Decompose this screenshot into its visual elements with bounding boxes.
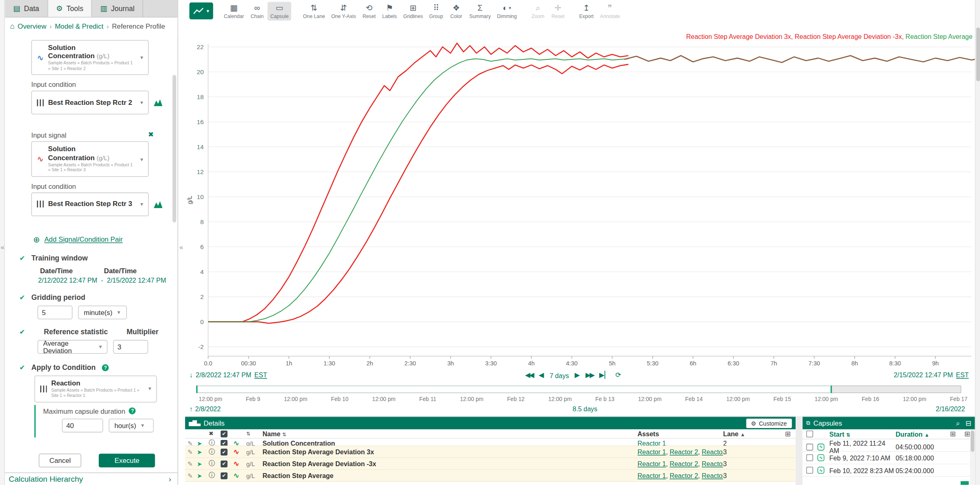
edit-icon[interactable]: ✎ <box>188 472 197 479</box>
timezone-link[interactable]: EST <box>254 371 267 378</box>
asset-link[interactable]: Reactor 3 <box>702 472 723 479</box>
trend-chart[interactable]: -202468101214161820220.000:301h1:302h2:3… <box>185 25 975 371</box>
panel-scrollbar[interactable] <box>172 75 176 222</box>
sort-icon[interactable]: ⇅ <box>282 432 286 437</box>
timeline-start-date[interactable]: ↑ 2/8/2022 <box>189 405 220 412</box>
send-icon[interactable]: ➤ <box>197 472 209 479</box>
duration-column-header[interactable]: Duration ▲ <box>896 430 947 437</box>
asset-link[interactable]: Reactor 2 <box>669 460 698 467</box>
max-duration-unit-select[interactable]: hour(s) ▾ <box>109 419 154 433</box>
capsules-scrollbar[interactable] <box>970 429 975 485</box>
remove-all-icon[interactable]: ✖ <box>209 431 221 437</box>
breadcrumb-model-predict[interactable]: Model & Predict <box>55 23 103 30</box>
training-start-link[interactable]: 2/12/2022 12:47 PM <box>38 276 97 283</box>
sort-icon[interactable]: ⇅ <box>246 431 263 437</box>
asset-link[interactable]: Reactor 2 <box>669 448 698 456</box>
asset-link[interactable]: Reactor 2 <box>669 472 698 479</box>
collapse-icon[interactable]: ⊟ <box>966 419 971 427</box>
toolbar-chain-button[interactable]: ∞Chain <box>248 2 267 21</box>
tab-journal[interactable]: ▥ Journal <box>92 0 143 17</box>
gridding-value-input[interactable] <box>38 305 73 319</box>
table-settings-icon[interactable]: ⊞ <box>950 430 960 438</box>
duration-button[interactable]: 7 days <box>550 372 569 379</box>
row-checkbox[interactable]: ✔ <box>221 440 228 446</box>
details-table-row[interactable]: ✎➤ⓘ✔∿g/LReaction Step Average Deviation … <box>185 446 796 458</box>
capsule-row[interactable]: ∿Feb 10, 2022 8:23 AM05:24:00.000 <box>803 464 975 477</box>
toolbar-capsule-button[interactable]: ▭Capsule <box>268 2 291 21</box>
scrubber-left-handle[interactable] <box>196 385 197 393</box>
toolbar-one-y-axis-button[interactable]: ⇵One Y-Axis <box>329 2 358 21</box>
add-signal-condition-pair[interactable]: ⊕ Add Signal/Condition Pair <box>33 235 169 244</box>
remove-pair-icon[interactable]: ✖ <box>148 131 154 139</box>
edit-icon[interactable]: ✎ <box>188 440 197 446</box>
asset-link[interactable]: Reactor 3 <box>702 460 723 467</box>
gridding-unit-select[interactable]: minute(s) ▾ <box>78 305 127 319</box>
timeline-end-date[interactable]: 2/16/2022 <box>936 405 965 412</box>
customize-button[interactable]: ⚙ Customize <box>746 418 792 428</box>
toolbar-dimming-button[interactable]: ◐▾Dimming <box>495 2 519 21</box>
toolbar-calendar-button[interactable]: ▦Calendar <box>221 2 247 21</box>
skip-to-end-icon[interactable]: ▶▏ <box>599 371 610 379</box>
send-icon[interactable]: ➤ <box>197 440 209 446</box>
timeline-selected-range[interactable] <box>196 385 832 393</box>
window-scrollbar[interactable] <box>975 0 980 485</box>
input-signal-2-select[interactable]: ∿ Solution Concentration (g/L) Sample As… <box>31 141 149 177</box>
row-checkbox[interactable]: ✔ <box>221 449 228 456</box>
details-table-row[interactable]: ✎➤ⓘ✔∿g/LReaction Step AverageReactor 1, … <box>185 470 796 482</box>
sort-asc-icon[interactable]: ▲ <box>740 432 745 437</box>
apply-condition-select[interactable]: Reaction Sample Assets » Batch Products … <box>34 375 157 402</box>
reference-statistic-select[interactable]: Average Deviation ▾ <box>38 340 108 354</box>
range-end[interactable]: 2/15/2022 12:47 PM EST <box>894 371 969 378</box>
info-icon[interactable]: ⓘ <box>209 471 221 480</box>
help-icon[interactable]: ? <box>102 364 109 371</box>
details-table-row[interactable]: ✎➤ⓘ✔∿g/LReaction Step Average Deviation … <box>185 458 796 470</box>
range-start[interactable]: ↓ 2/8/2022 12:47 PM EST <box>189 371 267 378</box>
asset-link[interactable]: Reactor 1 <box>637 460 666 467</box>
skip-to-start-icon[interactable]: ◀◀ <box>525 371 533 379</box>
input-condition-1-select[interactable]: Best Reaction Step Rctr 2 ▾ <box>31 91 149 115</box>
input-signal-1-select[interactable]: ∿ Solution Concentration (g/L) Sample As… <box>31 40 149 75</box>
toolbar-summary-button[interactable]: ΣSummary <box>467 2 493 21</box>
home-icon[interactable]: ⌂ <box>10 22 14 30</box>
capsule-checkbox[interactable] <box>806 443 813 450</box>
asset-link[interactable]: Reactor 1 <box>637 472 666 479</box>
capsule-row[interactable]: ∿Feb 11, 2022 11:24 AM04:50:00.000 <box>803 439 975 452</box>
histogram-icon[interactable] <box>154 200 162 208</box>
edit-icon[interactable]: ✎ <box>188 449 197 456</box>
calculation-hierarchy[interactable]: Calculation Hierarchy › <box>5 472 177 485</box>
asset-link[interactable]: Reactor 1 <box>637 439 666 446</box>
histogram-icon[interactable] <box>154 99 162 107</box>
multiplier-input[interactable] <box>113 340 148 354</box>
capsules-select-all-checkbox[interactable] <box>806 431 813 437</box>
details-table-row[interactable]: ✎➤ⓘ✔∿g/LSolution ConcentrationReactor 12 <box>185 439 796 446</box>
info-icon[interactable]: ⓘ <box>209 447 221 456</box>
refresh-icon[interactable]: ⟳ <box>615 371 621 379</box>
collapse-panel-icon[interactable]: « <box>179 243 183 250</box>
toolbar-gridlines-button[interactable]: ⊞Gridlines <box>401 2 425 21</box>
asset-link[interactable]: Reactor 3 <box>702 448 723 456</box>
row-checkbox[interactable]: ✔ <box>221 472 228 479</box>
toolbar-export-button[interactable]: ↥Export <box>577 2 596 21</box>
input-condition-2-select[interactable]: Best Reaction Step Rctr 3 ▾ <box>31 192 149 216</box>
toolbar-group-button[interactable]: ⠿Group <box>426 2 445 21</box>
asset-link[interactable]: Reactor 1 <box>637 448 666 456</box>
tab-tools[interactable]: ⚙ Tools <box>48 0 92 17</box>
collapse-left-icon[interactable]: « <box>1 243 5 250</box>
send-icon[interactable]: ➤ <box>197 449 209 456</box>
breadcrumb-overview[interactable]: Overview <box>18 23 46 30</box>
table-settings-icon[interactable]: ⊞ <box>785 430 796 438</box>
capsule-row[interactable]: ∿Feb 9, 2022 7:10 AM05:18:00.000 <box>803 452 975 465</box>
tab-data[interactable]: ▤ Data <box>5 0 48 17</box>
send-icon[interactable]: ➤ <box>197 460 209 467</box>
row-checkbox[interactable]: ✔ <box>221 460 228 467</box>
capsule-checkbox[interactable] <box>806 467 813 474</box>
trend-view-button[interactable]: ▾ <box>189 2 213 19</box>
timeline-scrubber[interactable] <box>196 385 961 393</box>
cancel-button[interactable]: Cancel <box>39 453 82 467</box>
search-icon[interactable]: ⌕ <box>956 419 960 427</box>
toolbar-one-lane-button[interactable]: ⇅One Lane <box>301 2 328 21</box>
toolbar-labels-button[interactable]: ⚑Labels <box>380 2 399 21</box>
scrubber-right-handle[interactable] <box>830 385 832 393</box>
toolbar-reset-axes-button[interactable]: ⟲Reset <box>360 2 379 21</box>
info-icon[interactable]: ⓘ <box>209 459 221 468</box>
